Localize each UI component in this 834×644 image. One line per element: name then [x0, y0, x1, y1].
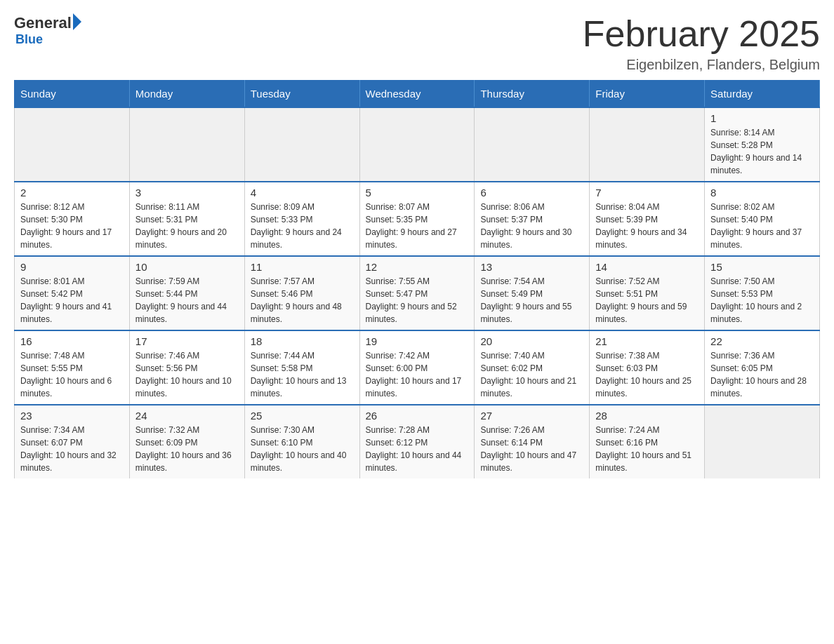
day-number: 25 [251, 410, 354, 422]
day-info: Sunrise: 8:02 AM Sunset: 5:40 PM Dayligh… [710, 201, 814, 251]
weekday-header-friday: Friday [590, 81, 705, 108]
day-number: 28 [595, 410, 699, 422]
day-info: Sunrise: 8:07 AM Sunset: 5:35 PM Dayligh… [366, 201, 469, 251]
location: Eigenbilzen, Flanders, Belgium [583, 57, 820, 73]
calendar-cell: 9Sunrise: 8:01 AM Sunset: 5:42 PM Daylig… [15, 256, 130, 330]
day-info: Sunrise: 7:57 AM Sunset: 5:46 PM Dayligh… [251, 275, 354, 326]
day-number: 6 [480, 187, 583, 199]
calendar-cell [15, 107, 130, 182]
calendar-week-row: 9Sunrise: 8:01 AM Sunset: 5:42 PM Daylig… [15, 256, 820, 330]
title-area: February 2025 Eigenbilzen, Flanders, Bel… [583, 14, 820, 73]
calendar-cell [705, 405, 820, 478]
day-info: Sunrise: 8:09 AM Sunset: 5:33 PM Dayligh… [251, 201, 354, 251]
calendar-cell: 6Sunrise: 8:06 AM Sunset: 5:37 PM Daylig… [475, 182, 590, 256]
calendar-cell: 24Sunrise: 7:32 AM Sunset: 6:09 PM Dayli… [129, 405, 244, 478]
day-info: Sunrise: 7:32 AM Sunset: 6:09 PM Dayligh… [135, 424, 239, 474]
day-info: Sunrise: 7:24 AM Sunset: 6:16 PM Dayligh… [595, 424, 699, 474]
calendar-cell: 13Sunrise: 7:54 AM Sunset: 5:49 PM Dayli… [475, 256, 590, 330]
day-number: 17 [135, 335, 239, 347]
day-info: Sunrise: 7:28 AM Sunset: 6:12 PM Dayligh… [366, 424, 469, 474]
calendar-cell: 23Sunrise: 7:34 AM Sunset: 6:07 PM Dayli… [15, 405, 130, 478]
day-number: 10 [135, 261, 239, 273]
day-info: Sunrise: 7:54 AM Sunset: 5:49 PM Dayligh… [480, 275, 583, 326]
calendar-cell: 17Sunrise: 7:46 AM Sunset: 5:56 PM Dayli… [129, 330, 244, 405]
day-info: Sunrise: 7:59 AM Sunset: 5:44 PM Dayligh… [135, 275, 239, 326]
day-info: Sunrise: 7:34 AM Sunset: 6:07 PM Dayligh… [20, 424, 124, 474]
day-info: Sunrise: 8:12 AM Sunset: 5:30 PM Dayligh… [20, 201, 124, 251]
calendar-cell: 5Sunrise: 8:07 AM Sunset: 5:35 PM Daylig… [359, 182, 475, 256]
day-number: 7 [595, 187, 699, 199]
calendar-week-row: 16Sunrise: 7:48 AM Sunset: 5:55 PM Dayli… [15, 330, 820, 405]
day-info: Sunrise: 7:42 AM Sunset: 6:00 PM Dayligh… [366, 349, 469, 400]
calendar-cell: 19Sunrise: 7:42 AM Sunset: 6:00 PM Dayli… [359, 330, 475, 405]
day-number: 11 [251, 261, 354, 273]
calendar-cell [475, 107, 590, 182]
day-info: Sunrise: 7:36 AM Sunset: 6:05 PM Dayligh… [710, 349, 814, 400]
day-number: 12 [366, 261, 469, 273]
day-number: 14 [595, 261, 699, 273]
calendar-week-row: 1Sunrise: 8:14 AM Sunset: 5:28 PM Daylig… [15, 107, 820, 182]
day-number: 21 [595, 335, 699, 347]
day-info: Sunrise: 8:06 AM Sunset: 5:37 PM Dayligh… [480, 201, 583, 251]
weekday-header-monday: Monday [129, 81, 244, 108]
logo: General Blue [14, 14, 81, 47]
calendar-cell: 27Sunrise: 7:26 AM Sunset: 6:14 PM Dayli… [475, 405, 590, 478]
day-number: 2 [20, 187, 124, 199]
calendar-cell: 25Sunrise: 7:30 AM Sunset: 6:10 PM Dayli… [244, 405, 359, 478]
day-number: 27 [480, 410, 583, 422]
calendar-cell: 28Sunrise: 7:24 AM Sunset: 6:16 PM Dayli… [590, 405, 705, 478]
day-number: 8 [710, 187, 814, 199]
calendar-cell [129, 107, 244, 182]
logo-triangle-icon [73, 13, 81, 30]
weekday-header-tuesday: Tuesday [244, 81, 359, 108]
calendar-cell: 2Sunrise: 8:12 AM Sunset: 5:30 PM Daylig… [15, 182, 130, 256]
weekday-header-thursday: Thursday [475, 81, 590, 108]
calendar-cell: 21Sunrise: 7:38 AM Sunset: 6:03 PM Dayli… [590, 330, 705, 405]
calendar-cell: 10Sunrise: 7:59 AM Sunset: 5:44 PM Dayli… [129, 256, 244, 330]
calendar-cell: 20Sunrise: 7:40 AM Sunset: 6:02 PM Dayli… [475, 330, 590, 405]
day-info: Sunrise: 8:14 AM Sunset: 5:28 PM Dayligh… [710, 126, 814, 177]
calendar-cell [244, 107, 359, 182]
day-info: Sunrise: 7:26 AM Sunset: 6:14 PM Dayligh… [480, 424, 583, 474]
day-info: Sunrise: 7:44 AM Sunset: 5:58 PM Dayligh… [251, 349, 354, 400]
logo-general: General [14, 14, 72, 32]
calendar-cell [590, 107, 705, 182]
day-number: 18 [251, 335, 354, 347]
calendar-cell: 16Sunrise: 7:48 AM Sunset: 5:55 PM Dayli… [15, 330, 130, 405]
weekday-header-sunday: Sunday [15, 81, 130, 108]
calendar-cell: 7Sunrise: 8:04 AM Sunset: 5:39 PM Daylig… [590, 182, 705, 256]
day-number: 15 [710, 261, 814, 273]
day-number: 9 [20, 261, 124, 273]
day-number: 20 [480, 335, 583, 347]
day-info: Sunrise: 8:04 AM Sunset: 5:39 PM Dayligh… [595, 201, 699, 251]
calendar-cell: 22Sunrise: 7:36 AM Sunset: 6:05 PM Dayli… [705, 330, 820, 405]
calendar-cell: 12Sunrise: 7:55 AM Sunset: 5:47 PM Dayli… [359, 256, 475, 330]
calendar-cell: 4Sunrise: 8:09 AM Sunset: 5:33 PM Daylig… [244, 182, 359, 256]
day-number: 13 [480, 261, 583, 273]
calendar-cell: 18Sunrise: 7:44 AM Sunset: 5:58 PM Dayli… [244, 330, 359, 405]
calendar-header-row: SundayMondayTuesdayWednesdayThursdayFrid… [15, 81, 820, 108]
calendar-cell: 1Sunrise: 8:14 AM Sunset: 5:28 PM Daylig… [705, 107, 820, 182]
weekday-header-wednesday: Wednesday [359, 81, 475, 108]
day-number: 23 [20, 410, 124, 422]
day-number: 1 [710, 112, 814, 124]
logo-blue: Blue [15, 32, 43, 47]
day-number: 26 [366, 410, 469, 422]
day-number: 24 [135, 410, 239, 422]
day-info: Sunrise: 7:38 AM Sunset: 6:03 PM Dayligh… [595, 349, 699, 400]
weekday-header-saturday: Saturday [705, 81, 820, 108]
calendar-cell: 8Sunrise: 8:02 AM Sunset: 5:40 PM Daylig… [705, 182, 820, 256]
day-number: 5 [366, 187, 469, 199]
calendar-cell: 26Sunrise: 7:28 AM Sunset: 6:12 PM Dayli… [359, 405, 475, 478]
day-info: Sunrise: 8:11 AM Sunset: 5:31 PM Dayligh… [135, 201, 239, 251]
calendar-cell: 15Sunrise: 7:50 AM Sunset: 5:53 PM Dayli… [705, 256, 820, 330]
day-info: Sunrise: 7:30 AM Sunset: 6:10 PM Dayligh… [251, 424, 354, 474]
day-info: Sunrise: 7:40 AM Sunset: 6:02 PM Dayligh… [480, 349, 583, 400]
day-number: 16 [20, 335, 124, 347]
page-header: General Blue February 2025 Eigenbilzen, … [14, 14, 820, 73]
day-number: 4 [251, 187, 354, 199]
day-info: Sunrise: 7:48 AM Sunset: 5:55 PM Dayligh… [20, 349, 124, 400]
calendar-table: SundayMondayTuesdayWednesdayThursdayFrid… [14, 80, 820, 478]
day-info: Sunrise: 8:01 AM Sunset: 5:42 PM Dayligh… [20, 275, 124, 326]
calendar-cell: 14Sunrise: 7:52 AM Sunset: 5:51 PM Dayli… [590, 256, 705, 330]
